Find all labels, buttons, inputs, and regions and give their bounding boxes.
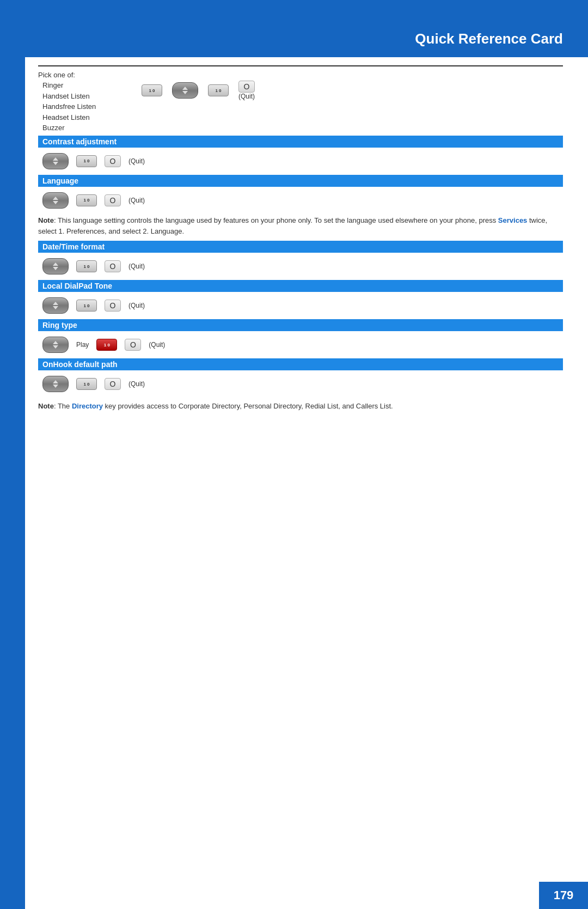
arrow-up-icon-4 <box>53 263 58 266</box>
section-ringtype: Ring type <box>38 319 563 331</box>
btn-quit-onhook[interactable]: O <box>105 378 121 390</box>
pick-options-list: Pick one of: Ringer Handset Listen Hands… <box>38 71 125 133</box>
btn-quit-contrast[interactable]: O <box>105 155 121 167</box>
btn-enter-ringtype[interactable]: 1 0 <box>96 339 117 351</box>
section-datetime: Date/Time format <box>38 241 563 253</box>
option-ringer: Ringer <box>42 80 125 91</box>
ringtype-row: Play 1 0 O (Quit) <box>38 333 563 356</box>
quit-label-ringtype: (Quit) <box>149 341 165 349</box>
btn-scroll-contrast[interactable] <box>42 153 69 169</box>
arrow-down-icon-2 <box>53 162 58 165</box>
arrow-up-icon-7 <box>53 380 58 383</box>
btn-enter-onhook[interactable]: 1 0 <box>76 378 97 390</box>
arrow-up-icon-6 <box>53 341 58 344</box>
arrow-up-icon-2 <box>53 157 58 161</box>
section-language: Language <box>38 175 563 187</box>
language-row: 1 0 O (Quit) <box>38 189 563 212</box>
quit-label-contrast: (Quit) <box>128 157 145 165</box>
note-directory: Directory <box>72 402 103 410</box>
btn-scroll-ringtype[interactable] <box>42 337 69 353</box>
arrow-down-icon-4 <box>53 267 58 270</box>
quit-label-dialpad: (Quit) <box>128 302 145 309</box>
left-stripe <box>0 0 25 909</box>
btn-quit-language[interactable]: O <box>105 194 121 206</box>
btn-scroll-datetime[interactable] <box>42 258 69 274</box>
top-border <box>38 65 563 66</box>
arrow-down-icon-5 <box>53 306 58 309</box>
quit-label-datetime: (Quit) <box>128 263 145 270</box>
btn-quit-datetime[interactable]: O <box>105 260 121 272</box>
dialpad-row: 1 0 O (Quit) <box>38 294 563 317</box>
play-label: Play <box>76 341 89 349</box>
arrow-down-icon-3 <box>53 201 58 204</box>
option-handsfree: Handsfree Listen <box>42 101 125 112</box>
quit-label-1: (Quit) <box>238 93 255 100</box>
note-bold-lang: Note <box>38 216 54 224</box>
arrow-up-icon <box>182 87 188 90</box>
arrow-up-icon-5 <box>53 302 58 305</box>
btn-enter-1[interactable]: 1 0 <box>142 84 162 96</box>
section-contrast: Contrast adjustment <box>38 136 563 148</box>
option-headset: Headset Listen <box>42 112 125 123</box>
btn-scroll-dialpad[interactable] <box>42 297 69 314</box>
quit-label-onhook: (Quit) <box>128 380 145 388</box>
btn-quit-ringtype[interactable]: O <box>125 339 141 351</box>
contrast-row: 1 0 O (Quit) <box>38 150 563 173</box>
btn-scroll-onhook[interactable] <box>42 376 69 392</box>
header-title: Quick Reference Card <box>415 30 563 47</box>
btn-enter-2[interactable]: 1 0 <box>208 84 229 96</box>
btn-enter-datetime[interactable]: 1 0 <box>76 260 97 272</box>
option-buzzer: Buzzer <box>42 123 125 133</box>
btn-quit-dialpad[interactable]: O <box>105 300 121 312</box>
arrow-up-icon-3 <box>53 197 58 200</box>
pick-options: Ringer Handset Listen Handsfree Listen H… <box>42 80 125 133</box>
btn-enter-language[interactable]: 1 0 <box>76 194 97 206</box>
pick-one-section: Pick one of: Ringer Handset Listen Hands… <box>38 71 563 133</box>
arrow-down-icon-6 <box>53 345 58 349</box>
language-note: Note: This language setting controls the… <box>38 215 563 238</box>
btn-enter-contrast[interactable]: 1 0 <box>76 155 97 167</box>
arrow-down-icon <box>182 91 188 94</box>
datetime-row: 1 0 O (Quit) <box>38 255 563 278</box>
pick-options-row: Pick one of: Ringer Handset Listen Hands… <box>38 71 563 133</box>
option-handset: Handset Listen <box>42 91 125 102</box>
header: Quick Reference Card <box>0 0 588 57</box>
btn-enter-dialpad[interactable]: 1 0 <box>76 300 97 312</box>
onhook-row: 1 0 O (Quit) <box>38 373 563 395</box>
note-bold-dir: Note <box>38 402 54 410</box>
quit-label-language: (Quit) <box>128 197 145 204</box>
btn-quit-1[interactable]: O <box>238 81 255 93</box>
section-dialpad: Local DialPad Tone <box>38 280 563 292</box>
btn-scroll-language[interactable] <box>42 192 69 209</box>
main-content: Pick one of: Ringer Handset Listen Hands… <box>38 65 563 416</box>
pick-one-label: Pick one of: <box>38 71 125 79</box>
section-onhook: OnHook default path <box>38 358 563 370</box>
note-services: Services <box>498 216 528 224</box>
page-number: 179 <box>539 882 588 909</box>
btn-scroll-1[interactable] <box>172 82 198 99</box>
directory-note: Note: The Directory key provides access … <box>38 401 563 412</box>
arrow-down-icon-7 <box>53 385 58 388</box>
